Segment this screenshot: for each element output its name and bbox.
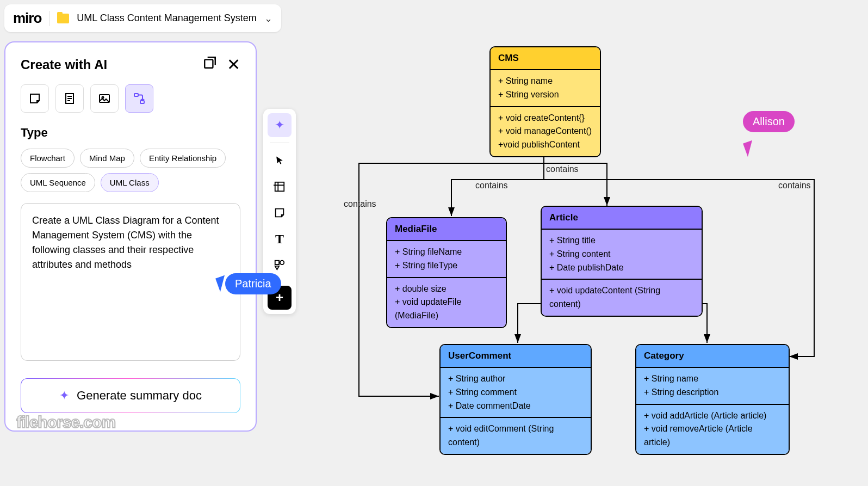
uml-methods: + void createContent{}+ void manageConte… <box>491 107 600 156</box>
sparkle-icon: ✦ <box>59 389 69 403</box>
uml-title: Article <box>542 207 702 230</box>
type-chips: Flowchart Mind Map Entity Relationship U… <box>21 149 240 192</box>
svg-point-15 <box>280 261 284 264</box>
svg-rect-0 <box>204 60 213 68</box>
uml-methods: + void addArticle (Article article)+ voi… <box>636 405 789 454</box>
generate-label: Generate summary doc <box>77 389 202 403</box>
user-label-allison: Allison <box>743 111 795 132</box>
user-label-patricia: Patricia <box>225 273 281 294</box>
uml-methods: + double size+ void updateFile (MediaFil… <box>387 278 506 327</box>
folder-icon <box>57 14 69 23</box>
chip-umlseq[interactable]: UML Sequence <box>21 173 95 192</box>
uml-methods: + void updateContent (String content) <box>542 280 702 316</box>
uml-attrs: + String name+ String version <box>491 70 600 107</box>
side-sticky-icon[interactable] <box>268 201 292 225</box>
uml-attrs: + String title+ String content+ Date pub… <box>542 230 702 280</box>
edge-contains-3: contains <box>342 198 379 210</box>
miro-logo: miro <box>13 10 41 27</box>
edge-contains-1: contains <box>544 163 581 175</box>
edge-contains-4: contains <box>776 180 813 192</box>
tool-image[interactable] <box>90 84 119 113</box>
tool-diagram[interactable] <box>125 84 153 113</box>
chip-umlclass[interactable]: UML Class <box>101 173 159 192</box>
side-frame-icon[interactable] <box>268 175 292 199</box>
uml-class-usercomment[interactable]: UserComment + String author+ String comm… <box>439 344 592 455</box>
uml-title: Category <box>636 345 789 368</box>
user-cursor-patricia: Patricia <box>218 276 281 294</box>
uml-methods: + void editComment (String content) <box>441 418 591 454</box>
uml-class-cms[interactable]: CMS + String name+ String version + void… <box>489 46 601 157</box>
uml-title: UserComment <box>441 345 591 368</box>
side-text-icon[interactable]: T <box>268 227 292 251</box>
svg-rect-14 <box>275 261 279 264</box>
ai-panel-title: Create with AI <box>21 57 107 72</box>
uml-class-mediafile[interactable]: MediaFile + String fileName+ String file… <box>386 217 507 328</box>
watermark: filehorse.com <box>16 413 115 432</box>
expand-icon[interactable] <box>203 56 217 73</box>
uml-attrs: + String fileName+ String fileType <box>387 241 506 278</box>
svg-rect-9 <box>134 94 138 96</box>
tool-row <box>21 84 240 113</box>
divider <box>49 11 49 26</box>
generate-button[interactable]: ✦ Generate summary doc <box>21 378 240 413</box>
uml-title: MediaFile <box>387 218 506 241</box>
uml-class-article[interactable]: Article + String title+ String content+ … <box>541 206 703 317</box>
prompt-input[interactable]: Create a UML Class Diagram for a Content… <box>21 203 240 361</box>
uml-title: CMS <box>491 47 600 70</box>
close-icon[interactable]: ✕ <box>227 57 240 73</box>
user-cursor-allison: Allison <box>745 114 795 132</box>
board-name[interactable]: UML Class Content Management System <box>77 13 256 24</box>
uml-attrs: + String author+ String comment+ Date co… <box>441 368 591 418</box>
ai-panel: Create with AI ✕ Type Flowchart Mind Map… <box>4 41 257 432</box>
uml-class-category[interactable]: Category + String name+ String descripti… <box>635 344 790 455</box>
type-label: Type <box>21 126 240 140</box>
tool-doc[interactable] <box>55 84 84 113</box>
top-bar: miro UML Class Content Management System… <box>4 4 281 32</box>
svg-rect-11 <box>275 182 284 192</box>
chip-flowchart[interactable]: Flowchart <box>21 149 75 168</box>
uml-attrs: + String name+ String description <box>636 368 789 405</box>
side-cursor-icon[interactable] <box>268 149 292 173</box>
chevron-down-icon[interactable]: ⌄ <box>264 13 272 24</box>
tool-sticky[interactable] <box>21 84 49 113</box>
edge-contains-2: contains <box>473 180 510 192</box>
chip-er[interactable]: Entity Relationship <box>140 149 226 168</box>
chip-mindmap[interactable]: Mind Map <box>80 149 134 168</box>
side-sparkle-icon[interactable]: ✦ <box>268 113 292 137</box>
